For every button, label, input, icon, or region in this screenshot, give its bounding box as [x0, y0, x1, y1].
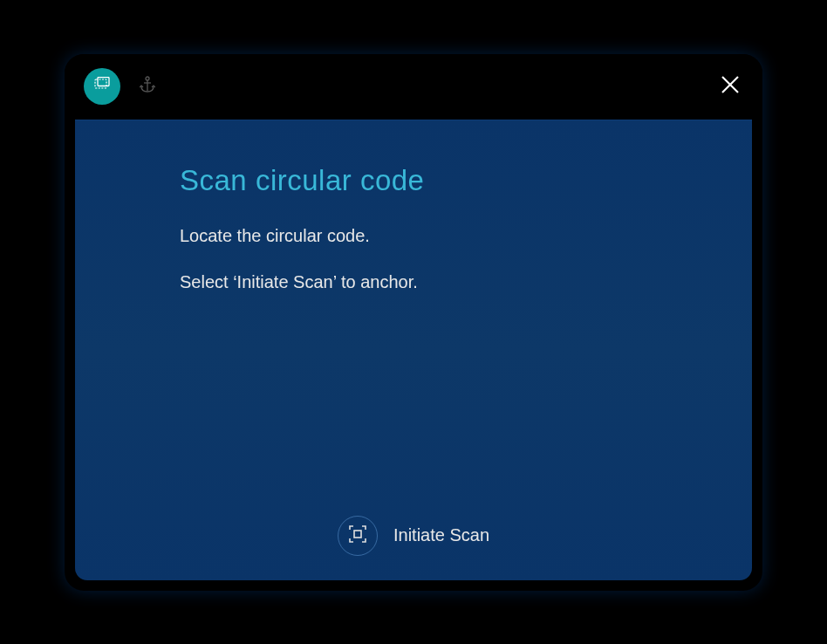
- dialog-instruction-1: Locate the circular code.: [180, 223, 647, 248]
- svg-rect-1: [98, 78, 109, 86]
- dialog-heading: Scan circular code: [180, 164, 647, 197]
- svg-point-2: [146, 77, 149, 80]
- scan-icon-circle: [338, 516, 378, 556]
- dialog-window: Scan circular code Locate the circular c…: [65, 54, 762, 591]
- tab-scan[interactable]: [84, 68, 120, 105]
- initiate-scan-label: Initiate Scan: [393, 525, 489, 545]
- svg-rect-0: [95, 79, 106, 88]
- svg-rect-7: [354, 531, 361, 538]
- content-panel: Scan circular code Locate the circular c…: [75, 120, 752, 580]
- hologram-icon: [92, 77, 112, 96]
- titlebar: [65, 54, 762, 120]
- scan-frame-icon: [348, 524, 367, 547]
- dialog-instruction-2: Select ‘Initiate Scan’ to anchor.: [180, 270, 647, 294]
- tab-icons-group: [84, 68, 161, 105]
- initiate-scan-button[interactable]: Initiate Scan: [338, 516, 489, 556]
- tab-anchor[interactable]: [134, 73, 161, 99]
- close-icon: [720, 74, 741, 99]
- anchor-icon: [140, 76, 155, 97]
- action-bar: Initiate Scan: [75, 516, 752, 556]
- close-button[interactable]: [717, 73, 743, 99]
